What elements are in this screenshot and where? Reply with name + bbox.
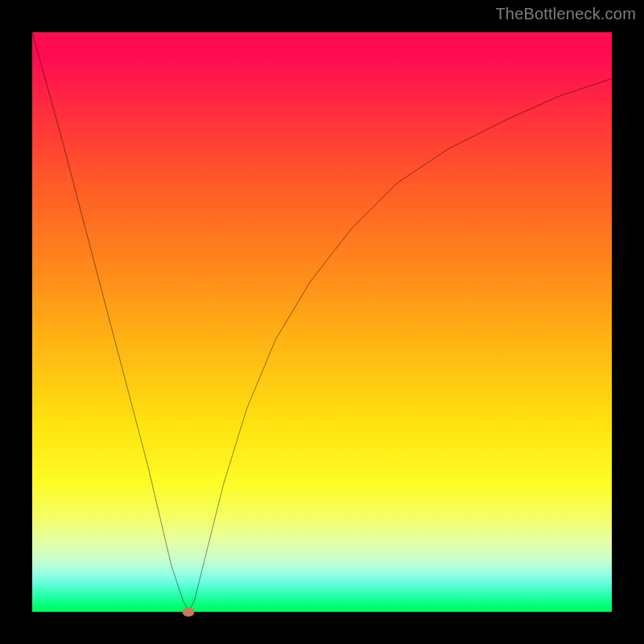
bottleneck-curve	[32, 32, 612, 612]
chart-frame: TheBottleneck.com	[0, 0, 644, 644]
attribution-label: TheBottleneck.com	[495, 5, 636, 23]
optimal-point-marker	[183, 607, 195, 617]
curve-svg	[32, 32, 612, 612]
plot-area	[32, 32, 612, 612]
